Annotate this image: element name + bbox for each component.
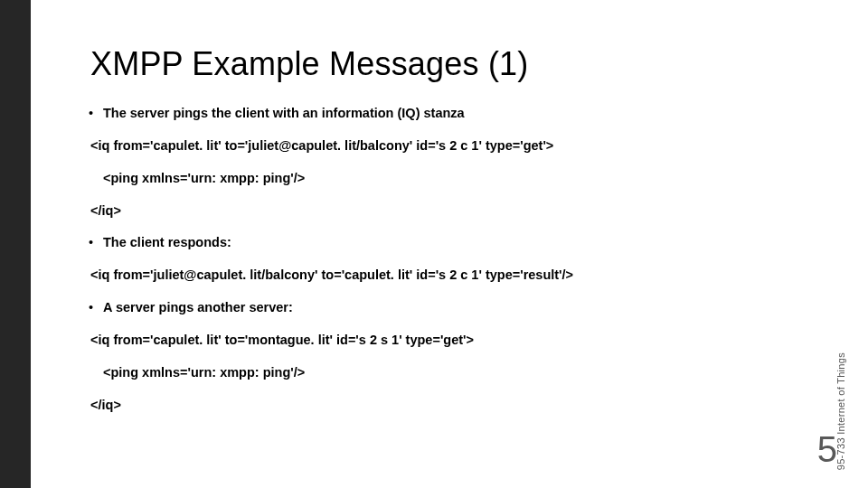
body-line: </iq> bbox=[90, 397, 814, 414]
body-line: The server pings the client with an info… bbox=[90, 105, 814, 122]
body-line: <iq from='capulet. lit' to='montague. li… bbox=[90, 332, 814, 349]
body-line: <ping xmlns='urn: xmpp: ping'/> bbox=[90, 364, 814, 381]
body-line: </iq> bbox=[90, 202, 814, 220]
page-number: 5 bbox=[817, 429, 837, 470]
slide-content: XMPP Example Messages (1) The server pin… bbox=[90, 45, 814, 428]
slide: XMPP Example Messages (1) The server pin… bbox=[0, 0, 868, 488]
body-line: A server pings another server: bbox=[90, 299, 814, 316]
slide-title: XMPP Example Messages (1) bbox=[90, 45, 814, 83]
left-accent-bar bbox=[0, 0, 31, 488]
body-line: <ping xmlns='urn: xmpp: ping'/> bbox=[90, 170, 814, 187]
body-line: <iq from='juliet@capulet. lit/balcony' t… bbox=[90, 267, 814, 284]
body-line: <iq from='capulet. lit' to='juliet@capul… bbox=[90, 137, 814, 155]
body-line: The client responds: bbox=[90, 234, 814, 251]
